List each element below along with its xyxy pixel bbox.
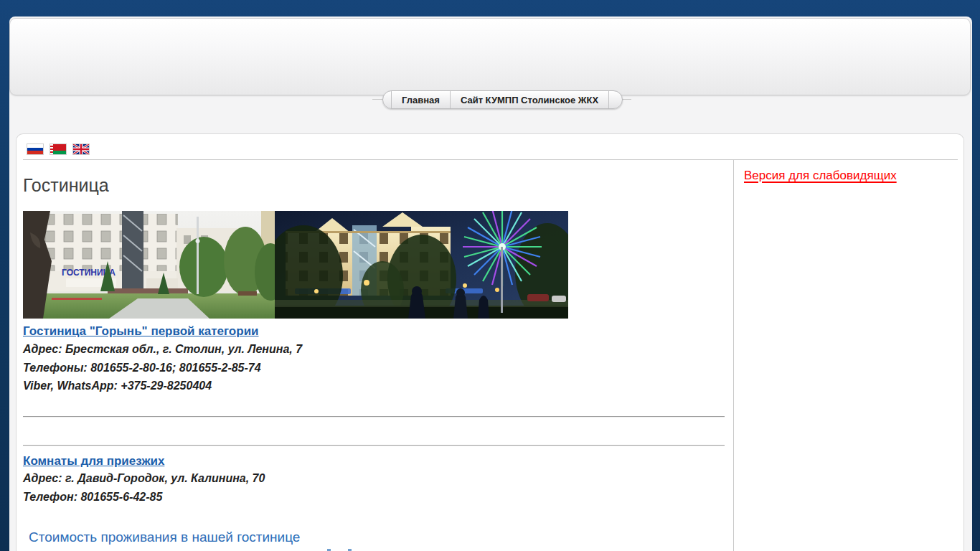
tab-home[interactable]: Главная	[391, 91, 450, 108]
guest-rooms-address: Адрес: г. Давид-Городок, ул. Калинина, 7…	[23, 472, 265, 485]
tab-zhkh-site[interactable]: Сайт КУМПП Столинское ЖКХ	[450, 91, 609, 108]
hotel-messengers: Viber, WhatsApp: +375-29-8250404	[23, 380, 212, 392]
sidebar: Версия для слабовидящих	[733, 160, 963, 551]
guest-rooms-phone: Телефон: 801655-6-42-85	[23, 491, 162, 504]
russian-flag-icon[interactable]	[27, 144, 43, 154]
horizontal-rule	[23, 416, 725, 418]
page-title: Гостиница	[23, 175, 109, 196]
hotel-webpage: { "tabs": [ {"label": "Главная"}, {"labe…	[0, 0, 980, 551]
english-flag-icon[interactable]	[73, 144, 89, 154]
belarusian-flag-icon[interactable]	[50, 144, 66, 154]
hotel-goryn-link[interactable]: Гостиница "Горынь" первой категории	[23, 324, 259, 339]
accessibility-version-link[interactable]: Версия для слабовидящих	[744, 169, 897, 183]
header-banner	[9, 18, 971, 95]
content-box: Гостиница	[16, 133, 964, 551]
pricing-link[interactable]: Стоимость проживания в нашей гостинице	[29, 529, 300, 545]
hotel-photos: ГОСТИНИЦА	[23, 211, 568, 319]
hotel-address: Адрес: Брестская обл., г. Столин, ул. Ле…	[23, 343, 302, 356]
hotel-night-photo	[275, 211, 568, 319]
hotel-day-photo: ГОСТИНИЦА	[23, 211, 275, 319]
tab-bar-left-stub	[372, 99, 382, 100]
hotel-phones: Телефоны: 801655-2-80-16; 801655-2-85-74	[23, 362, 261, 375]
main-menu: Главная Сайт КУМПП Столинское ЖКХ	[382, 90, 623, 109]
tab-bar-right-stub	[621, 99, 631, 100]
language-switcher	[27, 144, 89, 154]
guest-rooms-link[interactable]: Комнаты для приезжих	[23, 454, 164, 468]
horizontal-rule	[23, 445, 725, 446]
